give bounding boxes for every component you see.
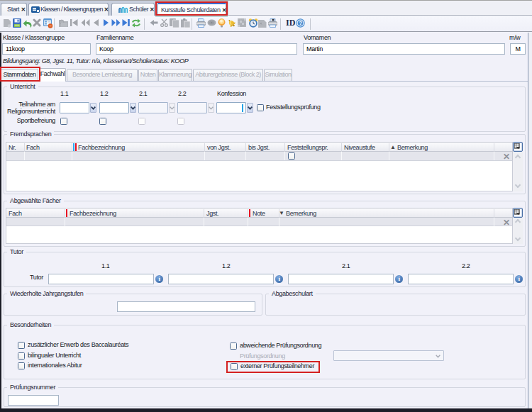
svg-text:?: ? bbox=[299, 20, 302, 26]
